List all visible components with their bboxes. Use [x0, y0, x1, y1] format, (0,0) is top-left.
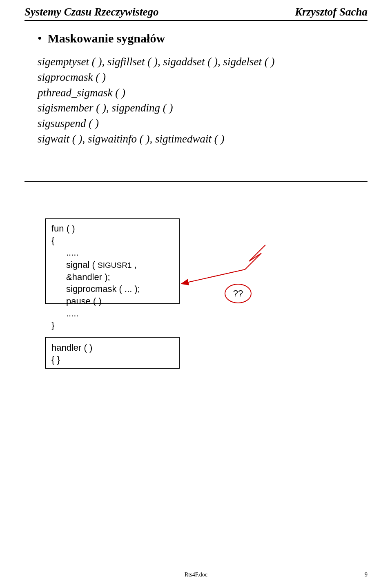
header-left: Systemy Czasu Rzeczywistego: [24, 6, 159, 18]
api-line: sigwait ( ), sigwaitinfo ( ), sigtimedwa…: [38, 131, 368, 147]
api-line: pthread_sigmask ( ): [38, 85, 368, 101]
footer-filename: Rts4F.doc: [185, 572, 207, 578]
api-line: sigsuspend ( ): [38, 116, 368, 131]
code-line: .....: [66, 247, 173, 259]
code-line: fun ( ): [51, 223, 173, 235]
code-line: handler ( ): [51, 342, 173, 354]
footer-page-number: 9: [365, 572, 368, 578]
section-title: Maskowanie sygnałów: [48, 31, 165, 45]
question-text: ??: [233, 288, 243, 299]
code-line: .....: [66, 307, 173, 320]
api-line: sigemptyset ( ), sigfillset ( ), sigadds…: [38, 54, 368, 70]
content: • Maskowanie sygnałów sigemptyset ( ), s…: [0, 21, 392, 147]
code-line: sigprocmask ( ... );: [66, 283, 173, 295]
code-line: }: [51, 319, 173, 332]
question-ellipse: ??: [225, 284, 252, 303]
code-line: pause ( ): [66, 295, 173, 307]
code-line: signal ( SIGUSR1 , &handler );: [66, 259, 173, 283]
header-right: Krzysztof Sacha: [295, 6, 368, 18]
section-heading: • Maskowanie sygnałów: [38, 31, 368, 45]
code-box-fun: fun ( ) { ..... signal ( SIGUSR1 , &hand…: [45, 218, 180, 304]
mid-rule: [24, 181, 368, 182]
svg-line-1: [181, 269, 245, 284]
api-line: sigprocmask ( ): [38, 70, 368, 85]
footer: Rts4F.doc 9: [0, 572, 392, 578]
code-box-handler: handler ( ) { }: [45, 337, 180, 369]
bullet-icon: •: [38, 32, 42, 45]
diagram: fun ( ) { ..... signal ( SIGUSR1 , &hand…: [45, 218, 392, 390]
code-line: {: [51, 234, 173, 247]
code-line: { }: [51, 354, 173, 366]
api-line: sigismember ( ), sigpending ( ): [38, 100, 368, 116]
